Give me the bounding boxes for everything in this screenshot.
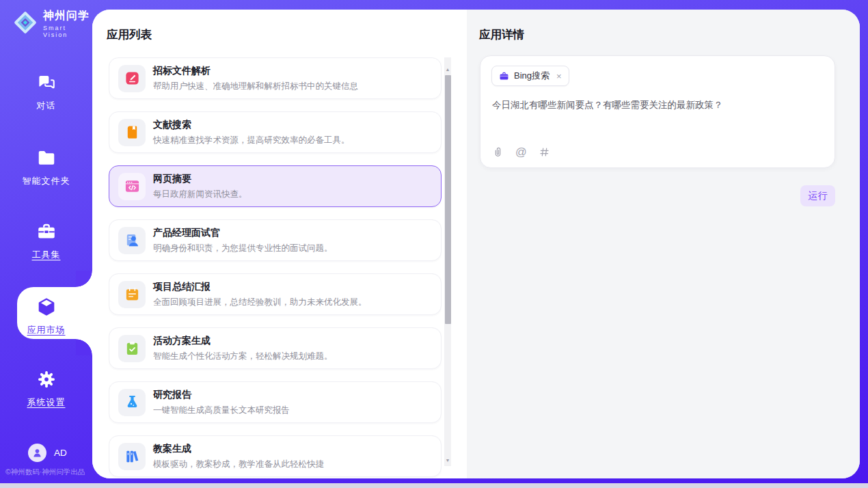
flask-icon	[118, 389, 146, 416]
cube-icon	[36, 297, 57, 317]
calendar-icon	[118, 281, 146, 308]
brand-logo: 神州问学 Smart Vision	[12, 9, 92, 38]
diamond-logo-icon	[12, 10, 38, 38]
app-desc: 智能生成个性化活动方案，轻松解决规划难题。	[153, 351, 333, 362]
attachment-icon[interactable]	[492, 146, 504, 158]
copyright-text: ©神州数码·神州问学出品	[5, 467, 94, 477]
scroll-down-arrow-icon[interactable]: ▼	[444, 457, 451, 465]
app-name: 网页摘要	[153, 173, 247, 185]
book-icon	[118, 119, 146, 146]
app-desc: 每日政府新闻资讯快查。	[153, 189, 247, 200]
scrollbar-thumb[interactable]	[445, 75, 451, 324]
close-icon[interactable]: ×	[556, 71, 562, 81]
app-name: 活动方案生成	[153, 335, 333, 347]
run-button[interactable]: 运行	[800, 185, 835, 206]
app-card-bid-parsing[interactable]: 招标文件解析 帮助用户快速、准确地理解和解析招标书中的关键信息	[109, 57, 442, 99]
gear-icon	[36, 369, 57, 390]
app-card-event-plan[interactable]: 活动方案生成 智能生成个性化活动方案，轻松解决规划难题。	[109, 327, 442, 369]
brand-name: 神州问学	[43, 10, 90, 21]
app-card-lesson-plan[interactable]: 教案生成 模板驱动，教案秒成，教学准备从此轻松快捷	[109, 435, 442, 477]
sidebar-item-chat[interactable]: 对话	[0, 72, 92, 112]
sidebar: 神州问学 Smart Vision 对话 智能文件夹	[0, 0, 92, 483]
app-detail-title: 应用详情	[479, 27, 524, 42]
sidebar-item-label: 对话	[0, 100, 92, 112]
scroll-up-arrow-icon[interactable]: ▲	[444, 66, 451, 74]
app-window: 神州问学 Smart Vision 对话 智能文件夹	[0, 0, 868, 488]
app-desc: 全面回顾项目进展，总结经验教训，助力未来优化发展。	[153, 297, 367, 308]
app-desc: 模板驱动，教案秒成，教学准备从此轻松快捷	[153, 459, 324, 470]
app-desc: 帮助用户快速、准确地理解和解析招标书中的关键信息	[153, 81, 358, 92]
brand-subtitle: Smart Vision	[43, 25, 92, 38]
hash-icon[interactable]	[539, 146, 550, 158]
avatar	[28, 444, 46, 462]
app-list-scrollbar[interactable]: ▲ ▼	[444, 57, 451, 466]
person-icon	[31, 447, 43, 459]
toolbox-icon	[36, 221, 57, 242]
app-name: 文献搜索	[153, 119, 350, 131]
app-card-list: 招标文件解析 帮助用户快速、准确地理解和解析招标书中的关键信息 文献搜索 快速精…	[109, 57, 442, 478]
app-card-web-summary[interactable]: 网页摘要 每日政府新闻资讯快查。	[109, 165, 442, 207]
query-composer[interactable]: Bing搜索 × 今日湖北有哪些新闻要点？有哪些需要关注的最新政策？ @	[480, 55, 835, 168]
main-content: 应用列表 招标文件解析 帮助用户快速、准确地理解和解析招标书中的关键信息	[92, 10, 860, 478]
sidebar-item-smart-folder[interactable]: 智能文件夹	[0, 148, 92, 187]
briefcase-icon	[499, 71, 509, 81]
app-desc: 快速精准查找学术资源，提高研究效率的必备工具。	[153, 135, 350, 146]
app-card-research-report[interactable]: 研究报告 一键智能生成高质量长文本研究报告	[109, 381, 442, 423]
composer-toolbar: @	[492, 146, 550, 158]
app-name: 教案生成	[153, 443, 324, 455]
interviewer-icon	[118, 227, 146, 254]
app-list-panel: 应用列表 招标文件解析 帮助用户快速、准确地理解和解析招标书中的关键信息	[92, 10, 467, 478]
app-name: 研究报告	[153, 389, 290, 401]
tool-tag-label: Bing搜索	[514, 70, 550, 82]
page-bottom-strip	[0, 483, 868, 488]
compose-icon	[118, 65, 146, 92]
folder-icon	[36, 148, 57, 168]
chat-icon	[36, 72, 57, 93]
browser-code-icon	[118, 173, 146, 200]
tool-tag-bing-search[interactable]: Bing搜索 ×	[491, 66, 569, 86]
sidebar-item-label: 系统设置	[0, 396, 92, 409]
app-desc: 明确身份和职责，为您提供专业性的面试问题。	[153, 243, 333, 254]
sidebar-item-label: 智能文件夹	[0, 175, 92, 187]
sidebar-item-label: 工具集	[0, 249, 92, 261]
sidebar-item-settings[interactable]: 系统设置	[0, 369, 92, 409]
app-card-literature-search[interactable]: 文献搜索 快速精准查找学术资源，提高研究效率的必备工具。	[109, 111, 442, 153]
bubble-notch-top	[76, 271, 92, 287]
app-detail-panel: 应用详情 Bing搜索 × 今日湖北有哪些新闻要点？有哪些需要关注的最新政策？	[467, 10, 860, 478]
app-list-title: 应用列表	[107, 27, 152, 42]
bubble-notch-bottom	[76, 339, 92, 355]
sidebar-item-label: 应用市场	[0, 324, 92, 336]
clipboard-check-icon	[118, 335, 146, 362]
app-card-pm-interviewer[interactable]: 产品经理面试官 明确身份和职责，为您提供专业性的面试问题。	[109, 219, 442, 261]
user-label: AD	[54, 448, 67, 458]
sidebar-item-app-market[interactable]: 应用市场	[0, 297, 92, 336]
sidebar-item-toolset[interactable]: 工具集	[0, 221, 92, 261]
app-name: 产品经理面试官	[153, 227, 333, 239]
mention-icon[interactable]: @	[515, 146, 527, 158]
app-desc: 一键智能生成高质量长文本研究报告	[153, 405, 290, 416]
app-name: 项目总结汇报	[153, 281, 367, 293]
user-profile[interactable]: AD	[28, 444, 67, 462]
app-name: 招标文件解析	[153, 65, 358, 77]
query-text[interactable]: 今日湖北有哪些新闻要点？有哪些需要关注的最新政策？	[492, 98, 824, 112]
app-card-project-summary[interactable]: 项目总结汇报 全面回顾项目进展，总结经验教训，助力未来优化发展。	[109, 273, 442, 315]
books-icon	[118, 443, 146, 470]
